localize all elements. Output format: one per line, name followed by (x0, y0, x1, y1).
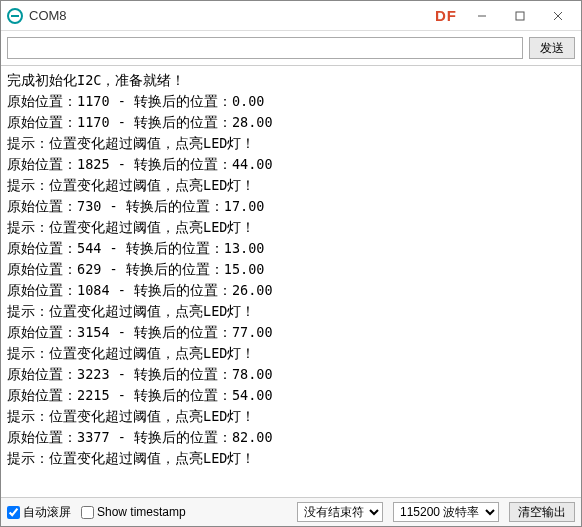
maximize-button[interactable] (501, 1, 539, 31)
window-title: COM8 (29, 8, 67, 23)
clear-output-button[interactable]: 清空输出 (509, 502, 575, 522)
baud-rate-select[interactable]: 115200 波特率 (393, 502, 499, 522)
status-bar: 自动滚屏 Show timestamp 没有结束符 115200 波特率 清空输… (1, 498, 581, 526)
minimize-button[interactable] (463, 1, 501, 31)
close-button[interactable] (539, 1, 577, 31)
serial-output[interactable]: 完成初始化I2C，准备就绪！ 原始位置：1170 - 转换后的位置：0.00 原… (1, 66, 581, 498)
line-ending-select[interactable]: 没有结束符 (297, 502, 383, 522)
maximize-icon (515, 11, 525, 21)
close-icon (553, 11, 563, 21)
titlebar: COM8 DF (1, 1, 581, 31)
timestamp-checkbox-label[interactable]: Show timestamp (81, 505, 186, 519)
autoscroll-checkbox[interactable] (7, 506, 20, 519)
timestamp-text: Show timestamp (97, 505, 186, 519)
timestamp-checkbox[interactable] (81, 506, 94, 519)
command-input[interactable] (7, 37, 523, 59)
arduino-icon (7, 8, 23, 24)
command-bar: 发送 (1, 31, 581, 66)
svg-rect-1 (516, 12, 524, 20)
df-badge: DF (435, 7, 457, 24)
minimize-icon (477, 11, 487, 21)
autoscroll-text: 自动滚屏 (23, 504, 71, 521)
autoscroll-checkbox-label[interactable]: 自动滚屏 (7, 504, 71, 521)
send-button[interactable]: 发送 (529, 37, 575, 59)
